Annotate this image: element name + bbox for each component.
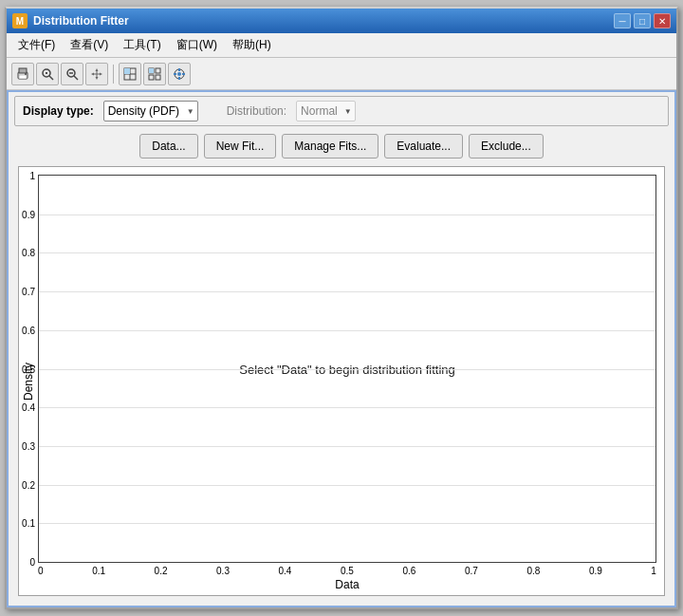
pan-button[interactable] xyxy=(85,63,108,85)
x-tick-label: 0.8 xyxy=(526,566,540,576)
toolbar xyxy=(7,58,676,90)
chart-grid: Select "Data" to begin distribution fitt… xyxy=(38,175,656,563)
main-window: M Distribution Fitter ─ □ ✕ 文件(F) 查看(V) … xyxy=(5,7,678,609)
display-type-wrapper[interactable]: Density (PDF) xyxy=(103,101,198,121)
distribution-value: Normal xyxy=(296,101,356,121)
y-tick-label: 1 xyxy=(29,171,39,181)
display-type-label: Display type: xyxy=(23,104,94,118)
y-tick-label: 0.9 xyxy=(22,209,39,219)
chart-container: Density Select "Data" to begin distribut… xyxy=(18,166,665,596)
svg-rect-24 xyxy=(174,73,176,75)
svg-rect-16 xyxy=(156,68,160,73)
grid-line-h xyxy=(39,485,655,486)
y-tick-label: 0.4 xyxy=(22,402,39,413)
minimize-button[interactable]: ─ xyxy=(614,13,631,28)
display-type-select[interactable]: Density (PDF) xyxy=(103,101,198,121)
grid-line-h xyxy=(39,291,655,292)
options-button[interactable] xyxy=(168,63,191,85)
title-buttons: ─ □ ✕ xyxy=(614,13,671,28)
window-title: Distribution Fitter xyxy=(33,14,129,28)
restore-button[interactable]: □ xyxy=(634,13,651,28)
x-tick-label: 0.1 xyxy=(92,566,105,576)
svg-rect-23 xyxy=(178,77,180,80)
svg-line-7 xyxy=(49,76,53,80)
x-tick-label: 0.6 xyxy=(402,566,415,576)
y-tick-label: 0.3 xyxy=(22,440,39,451)
chart-plot-area: Select "Data" to begin distribution fitt… xyxy=(38,167,664,595)
pan-icon xyxy=(90,67,103,81)
display-bar: Display type: Density (PDF) Distribution… xyxy=(14,96,669,126)
options-icon xyxy=(173,67,186,81)
grid2-icon xyxy=(148,67,161,81)
svg-rect-22 xyxy=(178,68,180,71)
chart-area: Density Select "Data" to begin distribut… xyxy=(9,162,674,606)
y-tick-label: 0.2 xyxy=(22,479,39,490)
y-tick-label: 0 xyxy=(29,557,39,568)
grid-line-h xyxy=(39,446,655,447)
y-axis-label: Density xyxy=(19,167,38,595)
x-tick-label: 0.7 xyxy=(465,566,478,576)
view-grid1-button[interactable] xyxy=(119,63,141,85)
x-tick-label: 1 xyxy=(651,566,656,576)
svg-rect-14 xyxy=(124,68,130,74)
grid-line-h xyxy=(39,215,655,215)
content-area: Display type: Density (PDF) Distribution… xyxy=(7,90,676,607)
evaluate-button[interactable]: Evaluate... xyxy=(384,134,463,159)
grid-line-h xyxy=(39,369,655,370)
title-bar: M Distribution Fitter ─ □ ✕ xyxy=(7,9,676,33)
zoom-in-button[interactable] xyxy=(36,63,59,85)
grid-line-h xyxy=(39,407,655,408)
title-bar-left: M Distribution Fitter xyxy=(12,13,129,28)
y-tick-label: 0.8 xyxy=(22,248,39,258)
svg-rect-19 xyxy=(149,68,154,73)
svg-point-21 xyxy=(177,72,181,76)
y-tick-label: 0.6 xyxy=(22,325,39,335)
y-tick-label: 0.1 xyxy=(22,518,39,529)
svg-rect-17 xyxy=(149,75,154,80)
data-button[interactable]: Data... xyxy=(139,134,197,159)
chart-inner: Density Select "Data" to begin distribut… xyxy=(19,167,664,595)
exclude-button[interactable]: Exclude... xyxy=(469,134,544,159)
y-tick-label: 0.7 xyxy=(22,287,39,297)
x-tick-label: 0 xyxy=(38,566,44,576)
menu-view[interactable]: 查看(V) xyxy=(63,35,116,55)
x-tick-label: 0.2 xyxy=(155,566,168,576)
new-fit-button[interactable]: New Fit... xyxy=(204,134,277,159)
app-icon: M xyxy=(12,13,28,28)
menu-window[interactable]: 窗口(W) xyxy=(169,35,225,55)
view-grid2-button[interactable] xyxy=(143,63,166,85)
x-tick-label: 0.4 xyxy=(279,566,292,576)
svg-rect-25 xyxy=(182,73,185,75)
x-ticks: 00.10.20.30.40.50.60.70.80.91 xyxy=(38,563,656,576)
distribution-wrapper: Normal xyxy=(296,101,356,121)
zoom-out-button[interactable] xyxy=(61,63,83,85)
distribution-label: Distribution: xyxy=(227,104,286,118)
menu-tools[interactable]: 工具(T) xyxy=(116,35,168,55)
menu-file[interactable]: 文件(F) xyxy=(10,35,63,55)
print-icon xyxy=(16,67,29,81)
manage-fits-button[interactable]: Manage Fits... xyxy=(282,134,378,159)
menu-help[interactable]: 帮助(H) xyxy=(225,35,279,55)
x-axis-label: Data xyxy=(38,576,656,591)
svg-line-10 xyxy=(74,76,78,80)
x-tick-label: 0.3 xyxy=(216,566,230,576)
x-tick-label: 0.5 xyxy=(341,566,354,576)
menu-bar: 文件(F) 查看(V) 工具(T) 窗口(W) 帮助(H) xyxy=(7,33,676,58)
toolbar-separator-1 xyxy=(113,65,114,84)
x-tick-label: 0.9 xyxy=(589,566,602,576)
action-bar: Data... New Fit... Manage Fits... Evalua… xyxy=(9,130,674,162)
print-button[interactable] xyxy=(11,63,34,85)
svg-rect-1 xyxy=(19,68,27,73)
svg-rect-2 xyxy=(19,75,27,79)
grid-line-h xyxy=(39,330,655,331)
zoom-out-icon xyxy=(65,67,79,81)
grid-line-h xyxy=(39,523,655,524)
grid1-icon xyxy=(123,67,137,81)
svg-point-3 xyxy=(25,73,27,75)
close-button[interactable]: ✕ xyxy=(654,13,671,28)
zoom-in-icon xyxy=(41,67,54,81)
svg-rect-18 xyxy=(156,75,160,80)
y-tick-label: 0.5 xyxy=(22,364,39,374)
grid-line-h xyxy=(39,252,655,253)
